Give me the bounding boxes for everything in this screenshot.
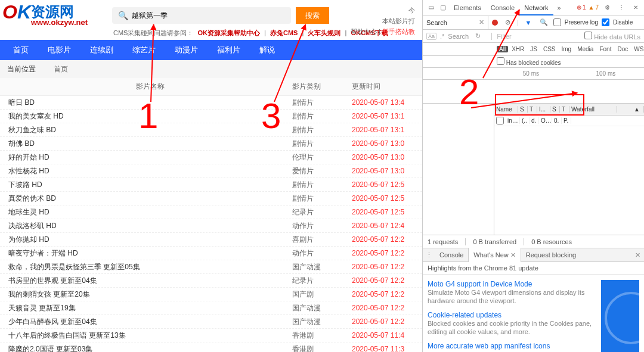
devtools-search[interactable]: Search ✕ (423, 16, 488, 29)
error-badge[interactable]: ⊗1 (577, 4, 586, 11)
search-icon[interactable]: 🔍 (539, 18, 549, 27)
table-row[interactable]: 地球生灵 HD纪录片2020-05-07 12:5 (0, 205, 422, 219)
timeline-ruler: 50 ms 100 ms (423, 68, 644, 80)
cms-help-link[interactable]: OK资源采集帮助中心 (198, 29, 261, 36)
table-row[interactable]: 书房里的世界观 更新至04集纪录片2020-05-07 12:2 (0, 274, 422, 288)
search-icon: 🔍 (118, 11, 128, 20)
device-icon[interactable]: ▢ (438, 3, 448, 13)
drawer-tab-whatsnew[interactable]: What's New ✕ (468, 248, 521, 262)
movie-table: 暗日 BD剧情片2020-05-07 13:4我的美女室友 HD剧情片2020-… (0, 96, 422, 352)
refresh-icon[interactable]: ↻ (475, 32, 481, 40)
table-row[interactable]: 真爱的伪术 BD剧情片2020-05-07 12:5 (0, 192, 422, 205)
whatsnew-link[interactable]: Moto G4 support in Device Mode (428, 280, 596, 288)
type-filter-ws[interactable]: WS (631, 46, 644, 52)
table-row[interactable]: 为你抛却 HD喜剧片2020-05-07 12:2 (0, 233, 422, 247)
type-filter-css[interactable]: CSS (541, 46, 558, 52)
newbie-link[interactable]: 新手搭站教 (382, 28, 415, 35)
preserve-log-checkbox[interactable] (553, 18, 561, 26)
tab-network[interactable]: Network (519, 0, 553, 15)
tab-console[interactable]: Console (486, 0, 519, 15)
nav-item[interactable]: 首页 (4, 40, 38, 60)
locomotive-link[interactable]: 火车头规则 (308, 29, 340, 36)
nav-item[interactable]: 动漫片 (165, 40, 208, 60)
drawer-menu-icon[interactable]: ⋮ (424, 250, 434, 260)
table-row[interactable]: 秋刀鱼之味 BD剧情片2020-05-07 13:1 (0, 123, 422, 137)
table-row[interactable]: 水性杨花 HD爱情片2020-05-07 13:0 (0, 164, 422, 178)
request-table-header: NameSTI...STWaterfall▲ (494, 104, 644, 116)
filter-icon[interactable]: ▼ (524, 18, 533, 27)
nav-item[interactable]: 电影片 (38, 40, 80, 60)
clear-icon[interactable]: ⊘ (503, 18, 512, 27)
type-filter-media[interactable]: Media (575, 46, 596, 52)
regex-toggle[interactable]: .* (440, 33, 444, 40)
drawer-tab-request-blocking[interactable]: Request blocking (521, 248, 581, 262)
nav-item[interactable]: 解说 (250, 40, 284, 60)
devtools-panel: ▭ ▢ Elements Console Network » ⊗1 ▲7 ⚙ ⋮… (422, 0, 644, 352)
type-filter-font[interactable]: Font (597, 46, 614, 52)
table-row[interactable]: 暗日 BD剧情片2020-05-07 13:4 (0, 96, 422, 110)
table-row[interactable]: 决战洛杉矶 HD动作片2020-05-07 12:4 (0, 219, 422, 233)
more-tabs-icon[interactable]: » (555, 3, 564, 13)
table-header: 影片名称 影片类别 更新时间 (0, 78, 422, 96)
whatsnew-link[interactable]: More accurate web app manifest icons (428, 342, 596, 350)
whatsnew-illustration (601, 280, 639, 352)
table-row[interactable]: 天籁音灵 更新至19集国产动漫2020-05-07 12:2 (0, 301, 422, 315)
close-devtools-icon[interactable]: ✕ (631, 3, 640, 13)
search-button[interactable]: 搜索 (296, 7, 329, 24)
top-right-info: 今 本站影片打 帮助中心 | 新手搭站教 (351, 5, 415, 37)
table-row[interactable]: 胡佛 BD剧情片2020-05-07 13:0 (0, 137, 422, 151)
nav-item[interactable]: 连续剧 (80, 40, 123, 60)
nav-item[interactable]: 福利片 (208, 40, 250, 60)
main-nav: 首页电影片连续剧综艺片动漫片福利片解说 (0, 40, 422, 60)
network-summary: 1 requests 0 B transferred 0 B resources (423, 235, 644, 248)
request-row[interactable]: in…(..d.O…0.P. (494, 116, 644, 126)
whatsnew-list: Moto G4 support in Device ModeSimulate M… (428, 280, 596, 352)
record-button[interactable] (492, 20, 498, 26)
breadcrumb: 当前位置 首页 (0, 60, 422, 78)
type-filter-js[interactable]: JS (528, 46, 540, 52)
type-filter-all[interactable]: All (497, 46, 508, 52)
table-row[interactable]: 少年白马醉春风 更新至04集国产动漫2020-05-07 12:2 (0, 315, 422, 329)
case-toggle[interactable]: Aa (426, 33, 436, 40)
breadcrumb-home[interactable]: 首页 (54, 64, 68, 74)
blocked-cookies-checkbox[interactable] (497, 57, 504, 65)
request-type-filter: AllXHRJSCSSImgMediaFontDocWSManife (423, 43, 644, 56)
request-checkbox[interactable] (496, 117, 504, 124)
table-row[interactable]: 救命，我的男票是妖怪第三季 更新至05集国产动漫2020-05-07 12:2 (0, 260, 422, 274)
search-input[interactable] (132, 11, 285, 20)
whatsnew-link[interactable]: Cookie-related updates (428, 311, 596, 319)
filter-input[interactable]: Filter (491, 33, 511, 40)
table-row[interactable]: 我的刺猬女孩 更新至20集国产剧2020-05-07 12:2 (0, 288, 422, 301)
settings-icon[interactable]: ⚙ (602, 3, 612, 13)
site-logo[interactable]: OK 资源网 www.okzyw.net (2, 2, 104, 27)
highlights-bar: Highlights from the Chrome 81 update (423, 262, 644, 275)
inspect-icon[interactable]: ▭ (426, 3, 436, 13)
close-drawer-icon[interactable]: ✕ (635, 251, 640, 259)
disable-cache-checkbox[interactable] (602, 18, 609, 26)
filter-search-hint: Search (448, 33, 469, 40)
nav-item[interactable]: 综艺片 (123, 40, 165, 60)
drawer-tab-console[interactable]: Console (435, 248, 468, 262)
search-box[interactable]: 🔍 (112, 7, 291, 24)
table-row[interactable]: 下坡路 HD剧情片2020-05-07 12:5 (0, 178, 422, 192)
warning-badge[interactable]: ▲7 (589, 4, 599, 11)
type-filter-img[interactable]: Img (559, 46, 574, 52)
table-row[interactable]: 我的美女室友 HD剧情片2020-05-07 13:1 (0, 110, 422, 123)
hide-data-urls-checkbox[interactable] (584, 32, 592, 39)
type-filter-xhr[interactable]: XHR (509, 46, 527, 52)
table-row[interactable]: 降魔的2.0国语 更新至03集香港剧2020-05-07 11:3 (0, 342, 422, 352)
devtools-tabs: ▭ ▢ Elements Console Network » ⊗1 ▲7 ⚙ ⋮… (423, 0, 644, 15)
table-row[interactable]: 暗夜守护者：开端 HD动作片2020-05-07 12:2 (0, 247, 422, 260)
table-row[interactable]: 十八年后的终极告白国语 更新至13集香港剧2020-05-07 11:4 (0, 329, 422, 342)
chitu-cms-link[interactable]: 赤兔CMS (270, 29, 298, 36)
devtools-menu-icon[interactable]: ⋮ (617, 3, 626, 13)
table-row[interactable]: 好的开始 HD伦理片2020-05-07 13:0 (0, 151, 422, 164)
tab-elements[interactable]: Elements (449, 0, 486, 15)
close-search-icon[interactable]: ✕ (479, 18, 484, 26)
type-filter-doc[interactable]: Doc (615, 46, 630, 52)
